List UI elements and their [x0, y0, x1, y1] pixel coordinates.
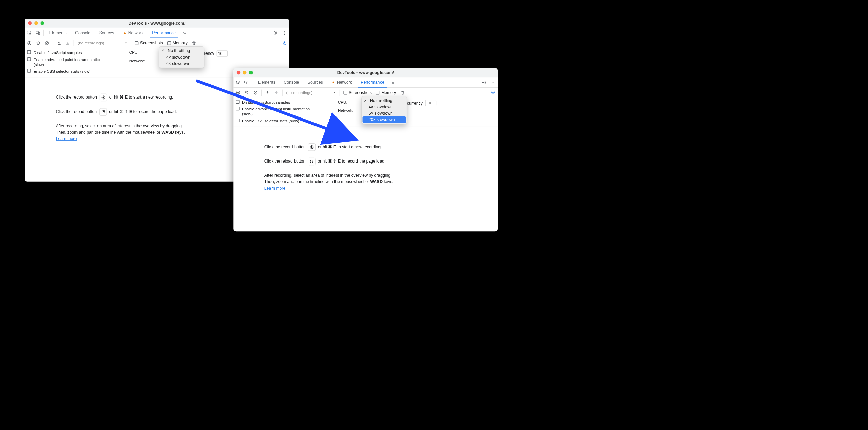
dd-no-throttling[interactable]: No throttling — [159, 47, 204, 54]
reload-icon — [99, 108, 107, 115]
help-after-text: After recording, select an area of inter… — [264, 172, 491, 192]
tab-console[interactable]: Console — [71, 28, 94, 38]
learn-more-link[interactable]: Learn more — [56, 136, 77, 141]
svg-line-13 — [196, 81, 353, 138]
reload-icon — [308, 158, 315, 165]
more-actions-button[interactable] — [280, 29, 288, 37]
more-tabs-button[interactable]: » — [180, 29, 188, 37]
more-actions-button[interactable] — [489, 78, 497, 86]
enable-css-stats-checkbox[interactable]: Enable CSS selector stats (slow) — [27, 69, 125, 74]
settings-button[interactable] — [272, 29, 280, 37]
dd-20x-slowdown[interactable]: 20× slowdown — [363, 116, 406, 123]
tab-network[interactable]: ▲Network — [119, 28, 148, 38]
close-window-button[interactable] — [28, 21, 32, 25]
checkbox-icon — [135, 41, 138, 45]
tab-performance[interactable]: Performance — [148, 28, 180, 38]
screenshots-checkbox[interactable]: Screenshots — [133, 41, 165, 45]
network-label: Network: — [129, 59, 145, 63]
memory-checkbox[interactable]: Memory — [166, 41, 189, 45]
upload-button[interactable] — [55, 39, 63, 47]
performance-toolbar: (no recordings) ▼ Screenshots Memory — [25, 38, 289, 48]
close-window-button[interactable] — [237, 71, 240, 74]
warning-icon: ▲ — [123, 30, 127, 35]
annotation-arrow — [192, 74, 361, 145]
dd-6x-slowdown[interactable]: 6× slowdown — [362, 110, 407, 116]
download-button[interactable] — [64, 39, 71, 47]
learn-more-link[interactable]: Learn more — [264, 186, 285, 190]
traffic-lights — [28, 21, 44, 25]
dd-no-throttling[interactable]: No throttling — [362, 97, 407, 104]
hw-concurrency-input[interactable] — [425, 100, 436, 106]
dropdown-caret-icon: ▼ — [125, 42, 127, 45]
minimize-window-button[interactable] — [34, 21, 38, 25]
record-icon — [100, 94, 107, 101]
cpu-label: CPU: — [129, 50, 139, 55]
minimize-window-button[interactable] — [243, 71, 246, 74]
window-title: DevTools - www.google.com/ — [25, 21, 289, 25]
inspect-icon[interactable] — [26, 29, 34, 37]
record-button[interactable] — [26, 39, 34, 47]
capture-settings-button[interactable] — [280, 39, 288, 47]
dd-6x-slowdown[interactable]: 6× slowdown — [159, 61, 204, 67]
panel-tabs: Elements Console Sources ▲Network Perfor… — [25, 28, 289, 38]
dd-4x-slowdown[interactable]: 4× slowdown — [159, 54, 204, 61]
traffic-lights — [237, 71, 253, 74]
help-reload-line: Click the reload button or hit ⌘ ⇧ E to … — [264, 158, 491, 165]
chevrons-icon: » — [392, 80, 394, 85]
more-tabs-button[interactable]: » — [389, 78, 397, 86]
gc-button[interactable] — [398, 89, 406, 96]
capture-settings-button[interactable] — [489, 89, 497, 96]
hw-concurrency-input[interactable] — [217, 50, 228, 57]
chevrons-icon: » — [183, 30, 185, 36]
separator — [43, 30, 44, 36]
disable-js-samples-checkbox[interactable]: Disable JavaScript samples — [27, 50, 125, 56]
gc-button[interactable] — [190, 39, 198, 47]
enable-paint-checkbox[interactable]: Enable advanced paint instrumentation (s… — [27, 57, 125, 67]
clear-button[interactable] — [43, 39, 51, 47]
settings-button[interactable] — [480, 78, 488, 86]
zoom-window-button[interactable] — [41, 21, 44, 25]
device-toggle-icon[interactable] — [34, 29, 42, 37]
zoom-window-button[interactable] — [249, 71, 253, 74]
cpu-throttling-dropdown: No throttling 4× slowdown 6× slowdown 20… — [362, 96, 407, 124]
titlebar: DevTools - www.google.com/ — [25, 19, 289, 28]
tab-elements[interactable]: Elements — [45, 28, 71, 38]
checkbox-icon — [167, 41, 171, 45]
cpu-throttling-dropdown: No throttling 4× slowdown 6× slowdown — [159, 46, 204, 68]
recordings-select[interactable]: (no recordings) ▼ — [76, 40, 129, 47]
tab-sources[interactable]: Sources — [95, 28, 118, 38]
reload-record-button[interactable] — [34, 39, 42, 47]
dd-4x-slowdown[interactable]: 4× slowdown — [362, 104, 407, 110]
memory-checkbox[interactable]: Memory — [374, 90, 398, 95]
